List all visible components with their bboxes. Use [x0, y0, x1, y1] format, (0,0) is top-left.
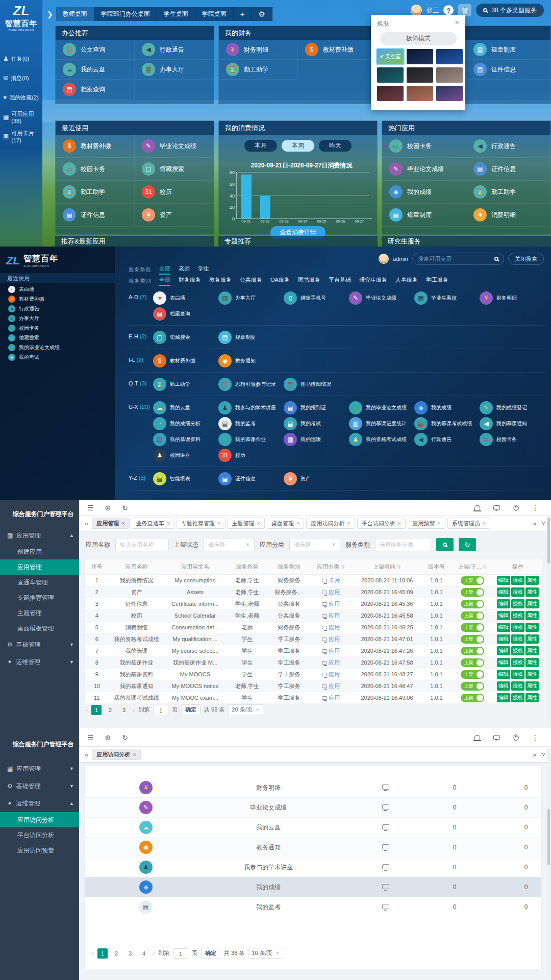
row-action-button[interactable]: 属性: [525, 599, 539, 608]
sidebar-item[interactable]: ✉消息(0): [0, 68, 42, 88]
app-item[interactable]: ◆我的成绩: [414, 400, 480, 415]
app-item[interactable]: ¥消费明细: [466, 204, 550, 227]
page-number[interactable]: 4: [139, 948, 149, 959]
menu-group[interactable]: ⚙基础管理▼: [0, 777, 79, 795]
page-jump-input[interactable]: 1: [173, 948, 188, 959]
category-option[interactable]: 平台基础: [329, 276, 351, 286]
table-row[interactable]: 2资产Assets老师,学生财务服务,... 应用 2020-08-21 16:…: [85, 586, 542, 598]
publish-toggle[interactable]: 上架: [461, 576, 484, 585]
menu-group[interactable]: ⚙基础管理▼: [0, 636, 79, 653]
desktop-search[interactable]: 38 个多类型服务: [476, 4, 544, 17]
sidebar-item[interactable]: ♟任务(0): [0, 49, 42, 68]
recent-app-item[interactable]: ▤我的毕业论文成绩: [0, 342, 115, 352]
app-item[interactable]: ▯绑定手机号: [284, 290, 349, 306]
row-action-button[interactable]: 授权: [511, 587, 524, 597]
tabs-dropdown-icon[interactable]: ˅: [540, 751, 547, 758]
page-jump-input[interactable]: 1: [153, 705, 168, 715]
row-action-button[interactable]: 属性: [525, 611, 539, 620]
app-item[interactable]: 31校历: [135, 181, 214, 204]
close-tab-icon[interactable]: ×: [437, 520, 440, 526]
next-page-icon[interactable]: ›: [133, 706, 135, 714]
app-type-link[interactable]: 应用: [322, 695, 340, 701]
console-tab[interactable]: 业务直通车×: [132, 518, 174, 529]
row-action-button[interactable]: 编辑: [497, 623, 510, 632]
chart-range-button[interactable]: 昨天: [319, 140, 352, 152]
app-item[interactable]: ▤思想引领参与记录: [218, 376, 284, 392]
row-action-button[interactable]: 编辑: [497, 693, 510, 702]
category-option[interactable]: 人事服务: [395, 276, 418, 286]
filter-select[interactable]: 请选择▼: [204, 538, 255, 551]
menu-group[interactable]: ✦运维管理▼: [0, 653, 79, 671]
app-item[interactable]: ▤智能填表: [153, 471, 218, 486]
app-item[interactable]: $教材费补缴: [153, 353, 218, 369]
app-item[interactable]: ▤证件信息: [466, 158, 550, 181]
console-tab[interactable]: 系统管理员×: [447, 518, 490, 529]
analysis-row[interactable]: ◆ 我的成绩 0 0: [85, 877, 541, 897]
kebab-menu-icon[interactable]: ⋮: [532, 504, 539, 512]
page-number[interactable]: 3: [119, 705, 129, 715]
skin-thumbnail[interactable]: [436, 49, 463, 64]
bell-icon[interactable]: [474, 505, 480, 510]
console-tab[interactable]: 应用访问分析×: [92, 749, 140, 760]
console-tab[interactable]: 应用预警×: [408, 518, 445, 529]
row-action-button[interactable]: 授权: [511, 670, 524, 679]
settings-gear-icon[interactable]: ⚙: [252, 7, 272, 21]
app-item[interactable]: ▦毕业生离校: [414, 290, 480, 306]
console-tab[interactable]: 平台访问分析×: [357, 518, 406, 529]
add-desktop-button[interactable]: +: [234, 7, 252, 21]
row-action-button[interactable]: 授权: [511, 658, 524, 667]
skin-thumbnail[interactable]: [377, 67, 404, 83]
app-item[interactable]: ⌛勤工助学: [56, 181, 135, 204]
app-item[interactable]: ▭校园卡务: [382, 135, 466, 158]
column-header[interactable]: 上架/下... ⇅: [451, 559, 494, 575]
tabs-dropdown-icon[interactable]: ˅: [540, 520, 547, 527]
message-icon[interactable]: [493, 505, 500, 510]
app-item[interactable]: ▤我的毕业论文成绩: [349, 400, 414, 415]
prev-page-icon[interactable]: ‹: [92, 950, 94, 957]
app-item[interactable]: ☁我的云盘: [153, 400, 218, 415]
app-item[interactable]: ◀行政通告: [414, 431, 480, 447]
desktop-tab[interactable]: 学生桌面: [157, 7, 195, 21]
category-option[interactable]: 财务服务: [179, 276, 201, 286]
confirm-button[interactable]: 确定: [201, 948, 220, 959]
chart-range-button[interactable]: 本周: [282, 140, 314, 152]
table-row[interactable]: 3证件信息Certificate inform...学生,老师公共服务 应用 2…: [85, 598, 542, 610]
app-item[interactable]: ▤规章制度: [466, 40, 550, 60]
tabs-scroll-right-icon[interactable]: »: [531, 751, 538, 758]
app-item[interactable]: ▢馆藏搜索: [135, 158, 214, 181]
simple-mode-button[interactable]: 极简模式: [380, 32, 457, 45]
kebab-menu-icon[interactable]: ⋮: [532, 733, 539, 742]
app-item[interactable]: ◉教务通知: [218, 353, 284, 369]
close-tab-icon[interactable]: ×: [217, 520, 220, 526]
app-item[interactable]: ⌛勤工助学: [466, 181, 550, 204]
bell-icon[interactable]: [474, 735, 480, 740]
menu-group[interactable]: ✦运维管理▲: [0, 795, 79, 812]
sidebar-item[interactable]: ▣可用卡片(17): [0, 127, 42, 146]
category-option[interactable]: 教务服务: [209, 276, 232, 286]
search-button[interactable]: [436, 538, 454, 551]
globe-icon[interactable]: ⊕: [105, 733, 111, 742]
table-row[interactable]: 8我的慕课作业我的慕课作业 M...学生学工服务 应用 2020-08-21 1…: [85, 657, 542, 669]
app-type-link[interactable]: 应用: [322, 636, 340, 642]
publish-toggle[interactable]: 上架: [461, 635, 484, 644]
app-item[interactable]: ▤规章制度: [382, 204, 466, 227]
app-item[interactable]: ♟我参与的学术讲座: [218, 400, 284, 415]
recent-app-item[interactable]: ▤我的考试: [0, 352, 115, 362]
analysis-row[interactable]: ✎ 毕业论文成绩 0 0: [85, 798, 541, 818]
scrollbar[interactable]: [547, 748, 550, 976]
close-tab-icon[interactable]: ×: [398, 520, 401, 526]
app-item[interactable]: ♟我的资格考试成绩: [349, 431, 414, 447]
row-action-button[interactable]: 编辑: [497, 681, 510, 691]
table-row[interactable]: 9我的慕课资料My MOOCS学生学工服务 应用 2020-08-21 16:4…: [85, 669, 542, 680]
app-item[interactable]: ⌛勤工助学: [219, 60, 298, 80]
page-number[interactable]: 2: [105, 705, 115, 715]
menu-item[interactable]: 应用管理: [0, 559, 79, 575]
column-header[interactable]: 应用分类 ⇅: [310, 559, 352, 575]
app-item[interactable]: ▤我的监考: [218, 415, 284, 431]
table-row[interactable]: 6我的资格考试成绩My qualification ...学生学工服务 应用 2…: [85, 633, 542, 645]
app-type-link[interactable]: 卡片: [322, 577, 340, 583]
category-option[interactable]: 图书服务: [298, 276, 320, 286]
page-number[interactable]: 3: [125, 948, 135, 959]
row-action-button[interactable]: 属性: [525, 681, 539, 691]
app-item[interactable]: ▥办事大厅: [218, 290, 284, 306]
